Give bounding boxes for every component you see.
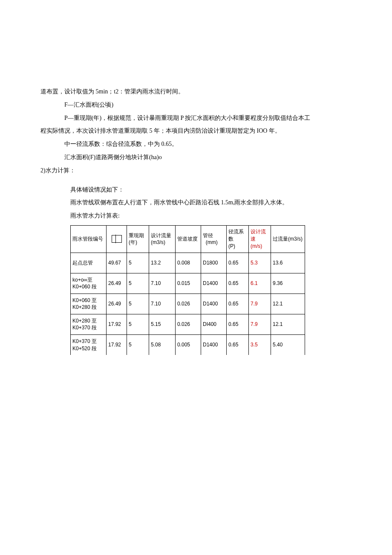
table-row: 起点总管49.67513.20.008D18000.655.313.6	[71, 253, 305, 273]
table-cell: 7.9	[249, 314, 271, 334]
header-text: 设计流速	[251, 229, 266, 242]
header-text: (mm)	[206, 239, 218, 245]
table-cell: K0+280 至K0+370 段	[71, 314, 107, 334]
document-page: 道布置，设计取值为 5min；t2：管渠内雨水流行时间。 F—汇水面积(公顷) …	[0, 0, 392, 555]
col-header-diameter: 管径 (mm)	[201, 225, 227, 253]
table-cell: 5.3	[249, 253, 271, 273]
table-cell: 5	[127, 273, 149, 293]
table-cell: D1400	[201, 293, 227, 314]
table-cell: 5.08	[149, 334, 176, 355]
table-cell: DI400	[201, 314, 227, 334]
table-cell: K0+060 至K0+280 段	[71, 293, 107, 314]
col-header-design-flow: 设计流量 (m3/s)	[149, 225, 176, 253]
table-cell: 6.1	[249, 273, 271, 293]
table-cell: 7.9	[249, 293, 271, 314]
table-cell: 3.5	[249, 334, 271, 355]
spacer	[40, 177, 352, 183]
table-cell: 26.49	[107, 273, 127, 293]
table-row: K0+370 至K0+520 段17.9255.080.005D14000.65…	[71, 334, 305, 355]
table-cell: 12.1	[271, 314, 305, 334]
table-cell: 13.2	[149, 253, 176, 273]
table-cell: K0+370 至K0+520 段	[71, 334, 107, 355]
paragraph-line: P—重现期(年)，根据规范，设计暴雨重现期 P 按汇水面积的大小和重要程度分别取…	[40, 112, 352, 125]
table-cell: 26.49	[107, 293, 127, 314]
table-cell: 5	[127, 334, 149, 355]
table-cell: ko+o∞至K0+060 段	[71, 273, 107, 293]
table-row: K0+060 至K0+280 段26.4957.100.026D14000.65…	[71, 293, 305, 314]
table-row: K0+280 至K0+370 段17.9255.150.026DI4000.65…	[71, 314, 305, 334]
table-cell: 49.67	[107, 253, 127, 273]
table-cell: 起点总管	[71, 253, 107, 273]
table-cell: 17.92	[107, 314, 127, 334]
table-body: 起点总管49.67513.20.008D18000.655.313.6ko+o∞…	[71, 253, 305, 355]
header-text: (年)	[129, 239, 137, 245]
col-header-return-period: 重现期 (年)	[127, 225, 149, 253]
header-text: (m3/s)	[151, 239, 165, 245]
col-header-design-velocity: 设计流速 (m/s)	[249, 225, 271, 253]
table-cell: D1800	[201, 253, 227, 273]
paragraph-line: 具体铺设情况如下：	[40, 183, 352, 197]
table-cell: 0.65	[227, 334, 249, 355]
paragraph-line: 中一径流系数：综合径流系数，中为 0.65。	[40, 138, 352, 151]
paragraph-line: 雨水管线双侧布置在人行道下，雨水管线中心距路沿石线 1.5m,雨水全部排入水体。	[40, 196, 352, 209]
table-cell: 5	[127, 293, 149, 314]
table-cell: 0.026	[176, 293, 201, 314]
table-cell: 0.005	[176, 334, 201, 355]
table-cell: 0.015	[176, 273, 201, 293]
table-cell: 0.65	[227, 253, 249, 273]
col-header-capacity: 过流量(m3/s)	[271, 225, 305, 253]
table-cell: 7.10	[149, 293, 176, 314]
table-cell: 0.65	[227, 293, 249, 314]
col-header-pipe-id: 雨水管段编号	[71, 225, 107, 253]
table-cell: 13.6	[271, 253, 305, 273]
table-cell: 5.40	[271, 334, 305, 355]
section-heading: 2)水力计算：	[40, 164, 352, 177]
table-cell: 0.65	[227, 273, 249, 293]
col-header-runoff-coef: 径流系数 (P)	[227, 225, 249, 253]
table-cell: 0.026	[176, 314, 201, 334]
header-text: (P)	[228, 243, 235, 249]
header-text: 径流系数	[228, 229, 244, 242]
table-cell: 5.15	[149, 314, 176, 334]
unknown-glyph-icon	[112, 235, 122, 243]
header-text: (m/s)	[251, 243, 262, 249]
paragraph-line: 汇水面积(F)道路两侧分地块计算(ha)o	[40, 151, 352, 164]
paragraph-line: 道布置，设计取值为 5min；t2：管渠内雨水流行时间。	[40, 85, 352, 99]
table-header-row: 雨水管段编号 重现期 (年) 设计流量 (m3/s) 管道坡度 管径 (mm)	[71, 225, 305, 253]
header-text: 重现期	[129, 232, 144, 238]
table-cell: 0.008	[176, 253, 201, 273]
col-header-glyph	[107, 225, 127, 253]
hydraulic-calc-table: 雨水管段编号 重现期 (年) 设计流量 (m3/s) 管道坡度 管径 (mm)	[70, 225, 305, 355]
paragraph-line: F—汇水面积(公顷)	[40, 99, 352, 112]
header-text: 管径	[203, 232, 213, 238]
table-cell: 5	[127, 314, 149, 334]
table-cell: D1400	[201, 273, 227, 293]
header-text: 设计流量	[151, 232, 171, 238]
table-cell: 5	[127, 253, 149, 273]
table-cell: D1400	[201, 334, 227, 355]
table-cell: 12.1	[271, 293, 305, 314]
table-row: ko+o∞至K0+060 段26.4957.100.015D14000.656.…	[71, 273, 305, 293]
table-cell: 7.10	[149, 273, 176, 293]
table-caption: 雨水管水力计算表:	[40, 209, 352, 223]
table-cell: 9.36	[271, 273, 305, 293]
table-cell: 17.92	[107, 334, 127, 355]
col-header-slope: 管道坡度	[176, 225, 201, 253]
table-cell: 0.65	[227, 314, 249, 334]
paragraph-line: 程实际情况，本次设计排水管道重现期取 5 年；本项目内涝防治设计重现期暂定为 I…	[40, 125, 352, 138]
